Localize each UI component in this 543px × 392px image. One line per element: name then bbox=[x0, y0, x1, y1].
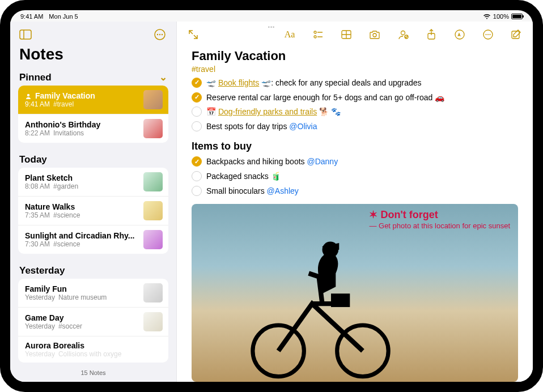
note-time: Yesterday bbox=[25, 293, 55, 301]
note-title: Family Vacation bbox=[35, 91, 95, 100]
note-row-family-fun[interactable]: Family Fun YesterdayNature museum bbox=[18, 279, 168, 307]
handwriting-sub: — Get photo at this location for epic su… bbox=[369, 222, 510, 230]
note-tag: #garden bbox=[53, 182, 78, 190]
checklist-icon[interactable] bbox=[309, 26, 326, 43]
svg-point-9 bbox=[314, 36, 316, 38]
checkbox-icon[interactable] bbox=[192, 156, 202, 167]
notes-count: 15 Notes bbox=[10, 366, 176, 382]
mention[interactable]: @Danny bbox=[307, 157, 338, 166]
share-icon[interactable] bbox=[423, 26, 440, 43]
mention[interactable]: @Olivia bbox=[289, 122, 317, 131]
note-title: Nature Walks bbox=[25, 202, 139, 211]
note-time: Yesterday bbox=[25, 322, 55, 330]
section-label: Pinned bbox=[19, 72, 52, 83]
svg-rect-26 bbox=[331, 293, 350, 307]
sidebar: Notes Pinned ⌄ Family Vacation bbox=[10, 22, 177, 382]
checkbox-icon[interactable] bbox=[192, 171, 202, 181]
svg-point-24 bbox=[253, 325, 304, 376]
checklist-text[interactable]: 🛫 Book flights 🛫: check for any special … bbox=[206, 78, 422, 89]
compose-icon[interactable] bbox=[508, 26, 525, 43]
checklist-text[interactable]: Backpacks and hiking boots @Danny bbox=[206, 156, 338, 168]
note-time: 8:08 AM bbox=[25, 182, 50, 190]
note-title: Aurora Borealis bbox=[25, 341, 163, 350]
checklist-item[interactable]: Backpacks and hiking boots @Danny bbox=[192, 155, 518, 169]
svg-point-20 bbox=[486, 34, 487, 35]
checklist-item[interactable]: 📅 Dog-friendly parks and trails 🐕 🐾 bbox=[192, 105, 518, 120]
note-row-family-vacation[interactable]: Family Vacation 9:41 AM #travel bbox=[18, 86, 168, 114]
note-thumbnail bbox=[143, 230, 163, 249]
markup-icon[interactable] bbox=[451, 26, 468, 43]
checkbox-icon[interactable] bbox=[192, 106, 202, 117]
checklist-item[interactable]: Packaged snacks 🧃 bbox=[192, 169, 518, 184]
camera-icon[interactable] bbox=[366, 26, 383, 43]
checklist-text[interactable]: Best spots for day trips @Olivia bbox=[206, 121, 317, 133]
svg-point-21 bbox=[487, 34, 489, 35]
sidebar-title: Notes bbox=[10, 45, 176, 67]
note-thumbnail bbox=[143, 172, 163, 191]
checklist-text[interactable]: Packaged snacks 🧃 bbox=[206, 171, 281, 182]
mention[interactable]: @Ashley bbox=[267, 186, 299, 195]
note-tag: Nature museum bbox=[58, 293, 107, 301]
note-tag: Collisions with oxyge bbox=[58, 350, 121, 358]
checkbox-icon[interactable] bbox=[192, 92, 202, 103]
note-row-plant-sketch[interactable]: Plant Sketch 8:08 AM#garden bbox=[18, 168, 168, 196]
note-title-heading[interactable]: Family Vacation bbox=[192, 49, 518, 63]
note-attachment-photo[interactable]: ✶ Don't forget — Get photo at this locat… bbox=[192, 204, 518, 382]
chevron-down-icon[interactable]: ⌄ bbox=[159, 71, 167, 83]
checkbox-icon[interactable] bbox=[192, 121, 202, 131]
section-header-pinned[interactable]: Pinned ⌄ bbox=[10, 67, 176, 86]
note-tag: #science bbox=[53, 240, 80, 248]
note-row-nature-walks[interactable]: Nature Walks 7:35 AM#science bbox=[18, 196, 168, 225]
checklist-buy: Backpacks and hiking boots @Danny Packag… bbox=[192, 155, 518, 198]
checklist-item[interactable]: 🛫 Book flights 🛫: check for any special … bbox=[192, 76, 518, 91]
wifi-icon bbox=[483, 14, 491, 19]
table-icon[interactable] bbox=[338, 26, 355, 43]
note-link[interactable]: Book flights bbox=[218, 78, 259, 87]
note-row-anthonio-birthday[interactable]: Anthonio's Birthday 8:22 AM Invitations bbox=[18, 114, 168, 143]
section-label: Yesterday bbox=[19, 265, 65, 276]
checklist-item[interactable]: Small binoculars @Ashley bbox=[192, 184, 518, 199]
note-link[interactable]: Dog-friendly parks and trails bbox=[218, 107, 317, 116]
note-title: Sunlight and Circadian Rhy... bbox=[25, 231, 139, 240]
multitask-indicator[interactable]: ••• bbox=[268, 24, 275, 30]
more-icon[interactable] bbox=[480, 26, 497, 43]
sidebar-toggle-icon[interactable] bbox=[17, 26, 34, 43]
svg-point-14 bbox=[373, 33, 376, 37]
note-time: 7:30 AM bbox=[25, 240, 50, 248]
note-time: Yesterday bbox=[25, 350, 55, 358]
note-row-game-day[interactable]: Game Day Yesterday#soccer bbox=[18, 307, 168, 336]
checklist-item[interactable]: Reserve rental car large enough for 5+ d… bbox=[192, 91, 518, 105]
expand-icon[interactable] bbox=[185, 26, 202, 43]
list-group-pinned: Family Vacation 9:41 AM #travel Anthonio… bbox=[18, 86, 168, 143]
collaborate-icon[interactable] bbox=[394, 26, 412, 43]
svg-point-4 bbox=[159, 34, 160, 35]
svg-point-3 bbox=[157, 34, 158, 35]
note-row-sunlight-circadian[interactable]: Sunlight and Circadian Rhy... 7:30 AM#sc… bbox=[18, 225, 168, 254]
checkbox-icon[interactable] bbox=[192, 78, 202, 88]
note-hashtag[interactable]: #travel bbox=[192, 65, 518, 74]
note-editor: Aa bbox=[177, 22, 533, 382]
checkbox-icon[interactable] bbox=[192, 186, 202, 196]
handwriting-main: ✶ Don't forget bbox=[369, 209, 438, 220]
note-row-aurora-borealis[interactable]: Aurora Borealis YesterdayCollisions with… bbox=[18, 336, 168, 363]
note-tag: #travel bbox=[53, 100, 74, 108]
note-tag: #science bbox=[53, 211, 80, 219]
checklist-text[interactable]: 📅 Dog-friendly parks and trails 🐕 🐾 bbox=[206, 106, 341, 118]
text-format-icon[interactable]: Aa bbox=[281, 26, 298, 43]
note-thumbnail bbox=[143, 119, 163, 138]
checklist-item[interactable]: Best spots for day trips @Olivia bbox=[192, 120, 518, 134]
svg-point-5 bbox=[162, 34, 163, 35]
checklist-text[interactable]: Small binoculars @Ashley bbox=[206, 186, 299, 197]
battery-percent: 100% bbox=[493, 13, 509, 20]
photo-silhouette bbox=[218, 225, 420, 382]
svg-rect-0 bbox=[20, 30, 31, 39]
svg-point-7 bbox=[314, 31, 316, 33]
note-thumbnail bbox=[143, 283, 163, 302]
battery-icon bbox=[511, 14, 523, 19]
checklist-text[interactable]: Reserve rental car large enough for 5+ d… bbox=[206, 92, 444, 104]
note-tag: Invitations bbox=[53, 129, 84, 137]
status-date: Mon Jun 5 bbox=[49, 13, 78, 20]
note-subheading[interactable]: Items to buy bbox=[192, 140, 518, 152]
status-bar: 9:41 AM Mon Jun 5 100% bbox=[10, 10, 533, 22]
more-options-icon[interactable] bbox=[151, 26, 168, 43]
